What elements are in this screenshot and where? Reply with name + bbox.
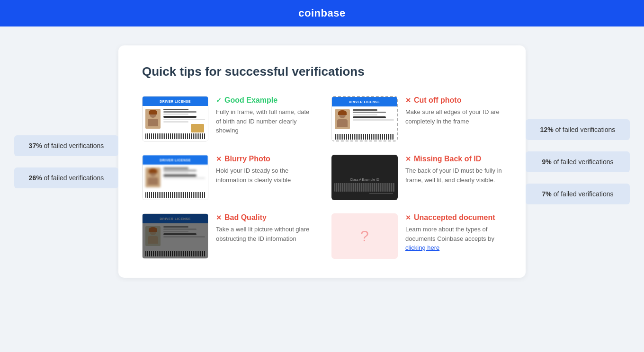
coinbase-logo: coinbase: [298, 7, 345, 19]
tip-missing-back-image: Class A Example ID: [331, 155, 398, 200]
left-badges: 37% of failed verifications 26% of faile…: [14, 135, 118, 188]
clicking-here-link[interactable]: clicking here: [405, 244, 439, 251]
tip-missing-back: Class A Example ID ✕ Missing Back of ID …: [331, 155, 502, 200]
tip-unaccepted-title: Unaccepted document: [414, 213, 495, 222]
tip-unaccepted-content: ✕ Unaccepted document Learn more about t…: [405, 213, 502, 253]
right-badge-2-percent: 9%: [542, 158, 552, 166]
tip-unaccepted-label: ✕ Unaccepted document: [405, 213, 502, 222]
tips-card: Quick tips for successful verifications …: [118, 45, 526, 278]
tip-unaccepted: ? ✕ Unaccepted document Learn more about…: [331, 213, 502, 259]
tip-good-example-label: ✓ Good Example: [216, 96, 313, 105]
tip-good-example: DRIVER LICENSE: [142, 96, 313, 141]
tip-cut-off-content: ✕ Cut off photo Make sure all edges of y…: [405, 96, 502, 126]
cross-icon: ✕: [405, 97, 411, 104]
right-badge-1: 12% of failed verifications: [526, 119, 630, 140]
tip-missing-back-title: Missing Back of ID: [414, 155, 481, 163]
tip-bad-quality-label: ✕ Bad Quality: [216, 213, 313, 222]
tip-bad-quality-desc: Take a well lit picture without glare ob…: [216, 225, 313, 243]
tip-good-example-desc: Fully in frame, with full name, date of …: [216, 107, 313, 135]
tips-grid: DRIVER LICENSE: [142, 96, 502, 259]
tip-unaccepted-image: ?: [331, 213, 398, 259]
left-badge-2-percent: 26%: [29, 174, 42, 182]
app-header: coinbase: [0, 0, 644, 26]
tip-cut-off: DRIVER LICENSE: [331, 96, 502, 141]
tip-blurry-content: ✕ Blurry Photo Hold your ID steady so th…: [216, 155, 313, 185]
tip-bad-quality-title: Bad Quality: [224, 213, 267, 222]
unknown-doc-icon: ?: [331, 213, 398, 259]
tip-missing-back-desc: The back of your ID must be fully in fra…: [405, 166, 502, 185]
right-badges: 12% of failed verifications 9% of failed…: [526, 119, 630, 204]
right-badge-3-label: of failed verifications: [554, 190, 614, 198]
tip-blurry-label: ✕ Blurry Photo: [216, 155, 313, 163]
right-badge-1-percent: 12%: [540, 126, 554, 133]
tip-good-example-title: Good Example: [224, 96, 277, 105]
left-badge-1-percent: 37%: [29, 142, 42, 150]
right-badge-1-label: of failed verifications: [555, 126, 616, 133]
tip-bad-quality-image: DRIVER LICENSE: [142, 213, 208, 259]
tip-cut-off-image: DRIVER LICENSE: [331, 96, 398, 141]
cross-icon-blurry: ✕: [216, 155, 222, 163]
tip-missing-back-content: ✕ Missing Back of ID The back of your ID…: [405, 155, 502, 185]
tip-missing-back-label: ✕ Missing Back of ID: [405, 155, 502, 163]
tip-blurry-image: DRIVER LICENSE: [142, 155, 208, 200]
tip-unaccepted-desc: Learn more about the types of documents …: [405, 225, 502, 253]
tip-bad-quality-content: ✕ Bad Quality Take a well lit picture wi…: [216, 213, 313, 243]
card-title: Quick tips for successful verifications: [142, 64, 502, 79]
tip-blurry: DRIVER LICENSE: [142, 155, 313, 200]
tip-cut-off-desc: Make sure all edges of your ID are compl…: [405, 107, 502, 126]
right-badge-2: 9% of failed verifications: [526, 151, 630, 172]
tip-blurry-title: Blurry Photo: [224, 155, 270, 163]
tip-good-example-content: ✓ Good Example Fully in frame, with full…: [216, 96, 313, 135]
cross-icon-bad: ✕: [216, 214, 222, 221]
right-badge-3-percent: 7%: [542, 190, 552, 198]
left-badge-2: 26% of failed verifications: [14, 167, 118, 188]
left-badge-1: 37% of failed verifications: [14, 135, 118, 156]
main-content: 37% of failed verifications 26% of faile…: [0, 26, 644, 297]
left-badge-1-label: of failed verifications: [44, 142, 104, 150]
left-badge-2-label: of failed verifications: [44, 174, 104, 182]
right-badge-3: 7% of failed verifications: [526, 184, 630, 204]
tip-good-example-image: DRIVER LICENSE: [142, 96, 208, 141]
cross-icon-missing: ✕: [405, 155, 411, 163]
check-icon: ✓: [216, 97, 222, 104]
tip-bad-quality: DRIVER LICENSE: [142, 213, 313, 259]
tip-blurry-desc: Hold your ID steady so the information i…: [216, 166, 313, 185]
right-badge-2-label: of failed verifications: [554, 158, 614, 166]
tip-cut-off-title: Cut off photo: [414, 96, 461, 105]
cross-icon-unaccepted: ✕: [405, 214, 411, 221]
tip-cut-off-label: ✕ Cut off photo: [405, 96, 502, 105]
